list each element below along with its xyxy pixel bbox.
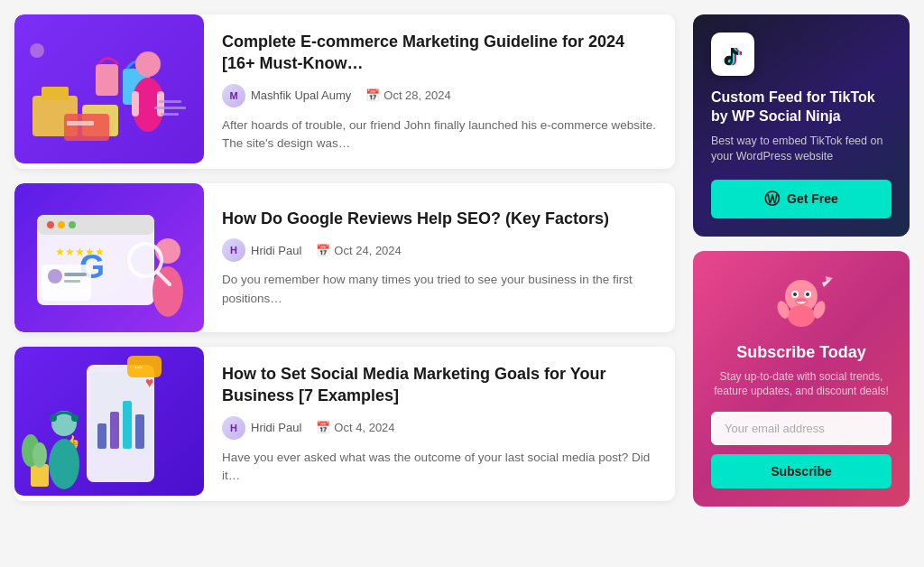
svg-point-46 — [50, 414, 57, 422]
article-1-date-text: Oct 28, 2024 — [383, 88, 450, 102]
svg-point-24 — [48, 269, 62, 284]
article-3-content: How to Set Social Media Marketing Goals … — [222, 347, 675, 501]
article-3-date-text: Oct 4, 2024 — [334, 421, 394, 434]
svg-rect-26 — [64, 280, 80, 283]
wp-icon: Ⓦ — [764, 189, 780, 209]
svg-rect-5 — [64, 114, 109, 141]
svg-marker-59 — [826, 276, 833, 284]
article-3-meta: H Hridi Paul 📅 Oct 4, 2024 — [222, 416, 659, 440]
svg-rect-6 — [67, 121, 94, 125]
subscribe-widget-description: Stay up-to-date with social trends, feat… — [711, 369, 892, 400]
subscribe-mascot-area — [711, 269, 892, 332]
svg-text:★★★★★: ★★★★★ — [55, 246, 105, 258]
svg-point-19 — [69, 221, 76, 228]
article-card: Complete E-commerce Marketing Guideline … — [14, 14, 675, 169]
articles-column: Complete E-commerce Marketing Guideline … — [14, 14, 675, 507]
svg-rect-33 — [97, 423, 106, 449]
article-1-avatar: M — [222, 84, 245, 107]
svg-rect-25 — [64, 273, 87, 276]
article-2-date: 📅 Oct 24, 2024 — [316, 244, 401, 257]
svg-rect-14 — [161, 113, 179, 116]
svg-rect-9 — [132, 91, 139, 116]
svg-point-55 — [788, 305, 815, 327]
article-2-date-text: Oct 24, 2024 — [334, 244, 401, 257]
article-1-date: 📅 Oct 28, 2024 — [365, 88, 450, 102]
article-2-title[interactable]: How Do Google Reviews Help SEO? (Key Fac… — [222, 208, 659, 229]
svg-rect-1 — [42, 87, 69, 100]
article-1-excerpt: After hoards of trouble, our friend John… — [222, 116, 659, 153]
article-2-author-name: Hridi Paul — [251, 244, 301, 257]
svg-rect-34 — [110, 412, 119, 449]
subscribe-widget: Subscribe Today Stay up-to-date with soc… — [693, 251, 910, 507]
article-3-author-name: Hridi Paul — [251, 421, 301, 434]
tiktok-widget-description: Best way to embed TikTok feed on your Wo… — [711, 134, 892, 165]
get-free-label: Get Free — [787, 191, 838, 206]
svg-point-52 — [793, 293, 797, 296]
article-1-author-name: Mashfik Upal Aumy — [251, 88, 351, 102]
article-1-content: Complete E-commerce Marketing Guideline … — [222, 14, 675, 169]
calendar-icon-1: 📅 — [365, 88, 380, 102]
article-3-date: 📅 Oct 4, 2024 — [316, 421, 394, 434]
svg-point-53 — [806, 293, 809, 296]
tiktok-widget: Custom Feed for TikTok by WP Social Ninj… — [693, 14, 910, 237]
svg-rect-39 — [127, 356, 162, 377]
svg-rect-16 — [37, 215, 154, 235]
article-2-meta: H Hridi Paul 📅 Oct 24, 2024 — [222, 238, 659, 262]
article-2-author-info: H Hridi Paul — [222, 238, 301, 262]
svg-rect-13 — [154, 107, 186, 109]
tiktok-widget-title: Custom Feed for TikTok by WP Social Ninj… — [711, 88, 892, 126]
article-2-thumbnail[interactable]: G ★★★★★ — [14, 183, 204, 332]
svg-text:···: ··· — [134, 362, 143, 373]
article-card: ♥ 👍 ··· — [14, 347, 675, 501]
svg-point-47 — [71, 414, 79, 422]
calendar-icon-3: 📅 — [316, 421, 330, 434]
email-input[interactable] — [711, 412, 892, 445]
get-free-button[interactable]: Ⓦ Get Free — [711, 180, 892, 218]
svg-point-11 — [30, 43, 44, 58]
article-2-content: How Do Google Reviews Help SEO? (Key Fac… — [222, 183, 675, 332]
svg-rect-36 — [135, 414, 144, 449]
article-1-thumbnail[interactable] — [14, 14, 204, 163]
article-3-avatar: H — [222, 416, 245, 440]
svg-point-45 — [32, 442, 47, 468]
article-3-author-info: H Hridi Paul — [222, 416, 301, 440]
svg-rect-12 — [159, 100, 181, 103]
svg-rect-35 — [123, 401, 132, 449]
svg-point-7 — [135, 51, 161, 77]
article-1-title[interactable]: Complete E-commerce Marketing Guideline … — [222, 31, 659, 75]
svg-point-18 — [58, 221, 65, 228]
svg-point-17 — [47, 221, 54, 228]
page-wrapper: Complete E-commerce Marketing Guideline … — [14, 14, 910, 507]
article-2-avatar: H — [222, 238, 245, 262]
subscribe-widget-title: Subscribe Today — [711, 343, 892, 362]
article-3-excerpt: Have you ever asked what was the outcome… — [222, 449, 659, 486]
article-card: G ★★★★★ How Do Google Revie — [14, 183, 675, 332]
calendar-icon-2: 📅 — [316, 244, 330, 257]
article-3-thumbnail[interactable]: ♥ 👍 ··· — [14, 347, 204, 496]
article-3-title[interactable]: How to Set Social Media Marketing Goals … — [222, 363, 659, 407]
sidebar-column: Custom Feed for TikTok by WP Social Ninj… — [693, 14, 910, 507]
tiktok-logo-icon — [711, 33, 754, 76]
subscribe-button[interactable]: Subscribe — [711, 454, 892, 488]
svg-point-42 — [49, 439, 79, 489]
article-2-excerpt: Do you remember how many times you tried… — [222, 271, 659, 308]
svg-rect-4 — [96, 64, 118, 96]
subscribe-label: Subscribe — [771, 464, 832, 479]
svg-rect-10 — [157, 91, 164, 116]
article-1-author-info: M Mashfik Upal Aumy — [222, 84, 351, 107]
article-1-meta: M Mashfik Upal Aumy 📅 Oct 28, 2024 — [222, 84, 659, 107]
tiktok-icon-area — [711, 33, 892, 76]
